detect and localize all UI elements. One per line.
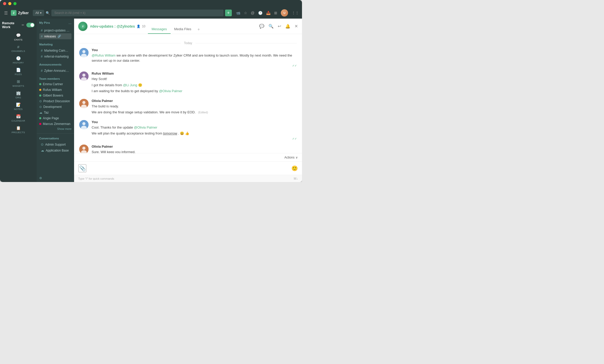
sidebar-item-history[interactable]: 🕐 HISTORY [1, 54, 36, 66]
divider [37, 133, 74, 134]
search-icon[interactable]: 🔍 [268, 24, 274, 29]
sidebar-item-calendar[interactable]: 📅 CALENDAR [1, 113, 36, 124]
chat-header-tabs: Messages Media Files + [148, 25, 202, 34]
grid-icon[interactable]: ⊞ [274, 11, 277, 15]
clock-icon[interactable]: 🕐 [258, 11, 263, 15]
member-emma[interactable]: Emma Cartner [37, 81, 74, 87]
message-content-2: Rufus William Hey Scott! I got the detai… [92, 72, 297, 95]
tab-add-button[interactable]: + [195, 25, 202, 34]
chat-header-info: #dev-updates : @Zylnotes 👤 10 [90, 24, 145, 28]
divider-line-right [195, 43, 297, 43]
sidebar-item-notes[interactable]: 📝 NOTES [1, 101, 36, 112]
calendar-icon: 📅 [16, 114, 21, 119]
member-product-discussion[interactable]: ⊙ Product Discussion [37, 98, 74, 104]
message-content-4: You Cool. Thanks for the update @Olivia … [92, 120, 297, 140]
sidebar-item-files[interactable]: 📄 FILES [1, 66, 36, 77]
channel-referral-marketing[interactable]: # referral-marketing [39, 53, 71, 59]
pinned-channel-releases[interactable]: # releases 🔗 [39, 33, 71, 39]
member-taz[interactable]: ☁ Taz [37, 110, 74, 115]
maximize-button[interactable] [13, 2, 17, 5]
avatar-olivia-2 [79, 145, 89, 153]
compose-icon[interactable]: ✏ [22, 23, 24, 27]
message-input[interactable] [89, 166, 289, 170]
hamburger-icon[interactable]: ☰ [3, 10, 9, 17]
announcements-section: Announcements # Zylker-Announcements [37, 60, 74, 75]
input-area: 📎 🙂 [74, 161, 302, 175]
avatar-olivia-1 [79, 99, 89, 108]
my-pins-title: My Pins [39, 21, 50, 24]
minimize-button[interactable] [8, 2, 11, 5]
markdown-icon[interactable]: M↓ [294, 177, 298, 180]
settings-button[interactable]: ⚙ [37, 174, 74, 182]
message-group-2: Rufus William Hey Scott! I got the detai… [79, 72, 297, 95]
date-divider: Today [79, 41, 297, 45]
sidebar-item-channels[interactable]: # CHANNELS [1, 43, 36, 54]
attach-button[interactable]: 📎 [78, 164, 86, 172]
chat-header-right: 💬 🔍 ↩ 🔔 ✕ [259, 24, 298, 29]
avatar-rufus [79, 72, 89, 81]
online-toggle[interactable] [26, 23, 35, 27]
actions-button[interactable]: Actions ∨ [284, 156, 298, 159]
pinned-channel-project-updates[interactable]: # project-updates : @Z... [39, 27, 71, 33]
member-rufus[interactable]: Rufus William [37, 87, 74, 93]
close-icon[interactable]: ✕ [295, 24, 298, 29]
sidebar-item-projects[interactable]: 📋 PROJECTS [1, 124, 36, 135]
channel-zylker-announcements[interactable]: # Zylker-Announcements [39, 68, 71, 74]
files-icon: 📄 [16, 68, 21, 72]
pins-more-icon[interactable]: ··· [68, 21, 71, 26]
at-icon[interactable]: @ [251, 11, 255, 15]
sidebar-item-widgets[interactable]: ⊞ WIDGETS [1, 78, 36, 89]
sidebar-item-org[interactable]: 🏢 ORG [1, 89, 36, 100]
message-text-3: The build is ready. We are doing the fin… [92, 104, 297, 115]
tab-media-files[interactable]: Media Files [171, 25, 195, 34]
search-input[interactable] [51, 10, 224, 16]
chat-header: # #dev-updates : @Zylnotes 👤 10 Messages [74, 19, 302, 34]
scope-selector[interactable]: All ▾ [33, 10, 44, 16]
conv-application-base[interactable]: ☁ Application Base [39, 147, 71, 153]
nav-right-icons: 📹 ☆ @ 🕐 📥 ⊞ U ⋮⋮ [236, 9, 299, 17]
widgets-icon: ⊞ [17, 79, 20, 84]
mention-rufus[interactable]: @Rufus William [92, 53, 116, 57]
star-icon[interactable]: ☆ [244, 11, 247, 15]
product-discussion-icon: ⊙ [39, 99, 42, 103]
conv-admin-support[interactable]: ⊙ Admin Support [39, 141, 71, 147]
status-dot-emma [39, 83, 41, 85]
message-text-2: Hey Scott! I got the details from @Li Ju… [92, 76, 297, 94]
files-label: FILES [15, 73, 22, 76]
svg-text:#: # [82, 25, 84, 28]
channel-marketing-campaigns[interactable]: # Marketing Campaigns [39, 48, 71, 53]
add-button[interactable]: + [225, 10, 232, 16]
status-dot-gilbert [39, 94, 41, 97]
reply-icon[interactable]: ↩ [278, 24, 281, 29]
sidebar-item-chats[interactable]: 💬 CHATS [1, 31, 36, 43]
thread-icon[interactable]: 💬 [259, 24, 264, 29]
member-development[interactable]: ⊙ Development [37, 104, 74, 110]
divider-line-left [79, 43, 181, 43]
video-icon[interactable]: 📹 [236, 11, 240, 15]
member-marcus[interactable]: Marcus Zimmerman [37, 121, 74, 127]
app-logo: Z Zylker [11, 10, 29, 16]
actions-chevron: ∨ [296, 156, 298, 159]
emoji-button[interactable]: 🙂 [291, 165, 298, 171]
mention-lijung[interactable]: @Li Jung [123, 83, 137, 87]
close-button[interactable] [3, 2, 6, 5]
member-angie[interactable]: Angie Page [37, 115, 74, 121]
show-more-button[interactable]: Show more [37, 127, 74, 132]
development-icon: ⊙ [39, 105, 42, 109]
more-icon[interactable]: ⋮⋮ [292, 11, 299, 15]
avatar[interactable]: U [281, 9, 288, 17]
member-count: 10 [142, 25, 145, 28]
message-content-1: You @Rufus William we are done with the … [92, 48, 297, 67]
chat-header-left: # #dev-updates : @Zylnotes 👤 10 [78, 22, 145, 31]
messages-area[interactable]: Today You @Rufus W [74, 34, 302, 153]
channel-avatar-svg: # [80, 23, 86, 29]
notes-icon: 📝 [16, 102, 21, 107]
notification-icon[interactable]: 🔔 [285, 24, 290, 29]
message-group-5: Olivia Palmer Sure. Will keep you inform… [79, 145, 297, 153]
tab-messages[interactable]: Messages [148, 25, 170, 34]
mention-olivia-2[interactable]: @Olivia Palmer [134, 125, 157, 129]
mention-olivia-1[interactable]: @Olivia Palmer [159, 89, 182, 93]
inbox-icon[interactable]: 📥 [266, 11, 271, 15]
workspace-name: Remote Work [2, 21, 22, 29]
member-gilbert[interactable]: Gilbert Bowers [37, 93, 74, 98]
